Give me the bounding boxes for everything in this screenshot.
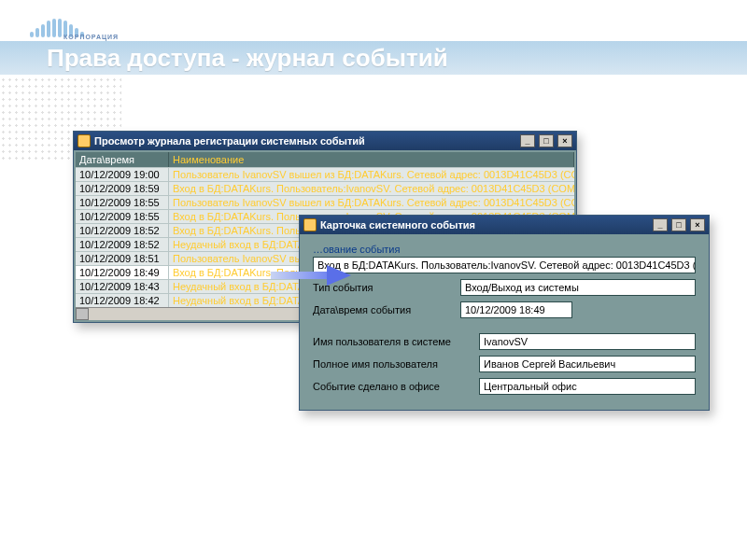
cell-date: 10/12/2009 18:55 (76, 210, 169, 223)
brand-small: КОРПОРАЦИЯ (63, 34, 119, 40)
app-icon (78, 134, 91, 147)
cell-name: Пользователь IvanovSV вышел из БД:DATAKu… (169, 168, 574, 181)
pointer-arrow-icon (271, 267, 355, 284)
office-value[interactable]: Центральный офис (479, 378, 696, 395)
cell-name: Вход в БД:DATAKurs. Пользователь:IvanovS… (169, 182, 574, 195)
table-row[interactable]: 10/12/2009 19:00Пользователь IvanovSV вы… (76, 167, 574, 181)
cell-date: 10/12/2009 18:43 (76, 280, 169, 293)
datetime-value[interactable]: 10/12/2009 18:49 (460, 301, 572, 318)
close-button[interactable]: × (557, 134, 572, 147)
card-title-text: Карточка системного события (320, 219, 475, 231)
app-icon (303, 218, 317, 231)
maximize-button[interactable]: □ (671, 218, 686, 231)
journal-title-text: Просмотр журнала регистрации системных с… (94, 135, 365, 147)
cell-name: Пользователь IvanovSV вышел из БД:DATAKu… (169, 196, 574, 209)
col-header-date[interactable]: Дата\время (76, 152, 169, 167)
table-row[interactable]: 10/12/2009 18:55Пользователь IvanovSV вы… (76, 195, 574, 209)
col-header-name[interactable]: Наименование (169, 152, 574, 167)
journal-titlebar[interactable]: Просмотр журнала регистрации системных с… (74, 132, 576, 150)
cell-date: 10/12/2009 18:59 (76, 182, 169, 195)
cell-date: 10/12/2009 18:52 (76, 238, 169, 251)
page-title: Права доступа - журнал событий (47, 41, 448, 75)
sysuser-value[interactable]: IvanovSV (479, 333, 696, 350)
sysuser-label: Имя пользователя в системе (313, 336, 472, 347)
fullname-value[interactable]: Иванов Сергей Васильевич (479, 356, 696, 372)
minimize-button[interactable]: _ (653, 218, 668, 231)
close-button[interactable]: × (690, 218, 705, 231)
section-label: …ование события (313, 244, 696, 255)
page-header: КОРПОРАЦИЯ Галактика Права доступа - жур… (0, 0, 747, 84)
cell-date: 10/12/2009 18:51 (76, 252, 169, 265)
card-body: …ование события Вход в БД:DATAKurs. Поль… (300, 234, 709, 410)
table-row[interactable]: 10/12/2009 18:59Вход в БД:DATAKurs. Поль… (76, 181, 574, 195)
cell-date: 10/12/2009 18:52 (76, 224, 169, 237)
cell-date: 10/12/2009 18:55 (76, 196, 169, 209)
datetime-label: Дата\время события (313, 304, 453, 315)
office-label: Событие сделано в офисе (313, 381, 472, 392)
maximize-button[interactable]: □ (539, 134, 554, 147)
event-text-field[interactable]: Вход в БД:DATAKurs. Пользователь:IvanovS… (313, 257, 696, 273)
cell-date: 10/12/2009 18:49 (76, 266, 169, 279)
type-value[interactable]: Вход/Выход из системы (460, 279, 696, 296)
cell-date: 10/12/2009 18:42 (76, 294, 169, 307)
card-window: Карточка системного события _ □ × …овани… (299, 215, 710, 411)
scroll-left-icon[interactable] (76, 308, 89, 320)
fullname-label: Полное имя пользователя (313, 358, 472, 370)
minimize-button[interactable]: _ (520, 134, 535, 147)
card-titlebar[interactable]: Карточка системного события _ □ × (300, 216, 709, 234)
journal-grid-header: Дата\время Наименование (76, 152, 574, 167)
cell-date: 10/12/2009 19:00 (76, 168, 169, 181)
